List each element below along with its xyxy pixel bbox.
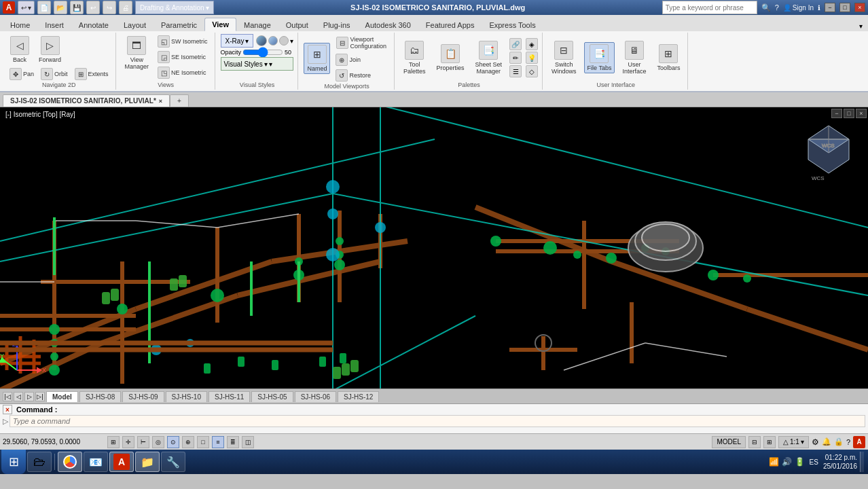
sheet-set-manager-btn[interactable]: 📑 Sheet SetManager — [472, 39, 506, 77]
search-icon[interactable]: 🔍 — [761, 3, 771, 12]
sheet-nav-first[interactable]: |◁ — [3, 392, 12, 401]
systray-network[interactable]: 📶 — [769, 457, 779, 467]
systray-volume[interactable]: 🔊 — [782, 457, 792, 467]
viewport[interactable]: X Z Y WCS — [0, 107, 868, 388]
sheet-tab-hs06[interactable]: SJ-HS-06 — [295, 391, 336, 402]
tool-palettes-btn[interactable]: 🗂 ToolPalettes — [400, 39, 429, 77]
extents-btn[interactable]: ⊞ Extents — [72, 67, 111, 82]
status-btn-dyn[interactable]: ≡ — [212, 436, 224, 448]
settings-icon[interactable]: ⚙ — [812, 437, 819, 447]
tab-annotate[interactable]: Annotate — [71, 18, 116, 31]
sheet-tab-hs10[interactable]: SJ-HS-10 — [166, 391, 207, 402]
status-btn-grid[interactable]: ⊞ — [107, 436, 120, 448]
taskbar-file-manager[interactable]: 📁 — [135, 452, 160, 472]
tab-manage[interactable]: Manage — [236, 18, 278, 31]
tab-output[interactable]: Output — [278, 18, 316, 31]
sheet-tab-hs09[interactable]: SJ-HS-09 — [122, 391, 164, 402]
xray-dropdown[interactable]: X-Ray ▾ — [221, 34, 254, 48]
viewport-minimize-btn[interactable]: − — [831, 109, 842, 118]
materials-btn[interactable]: ◇ — [526, 65, 538, 77]
workspace-dropdown[interactable]: Drafting & Annotation ▾ — [135, 1, 214, 14]
file-tabs-btn[interactable]: 📑 File Tabs — [584, 42, 615, 73]
render-btn[interactable]: ◈ — [526, 38, 538, 50]
sheet-tab-hs11[interactable]: SJ-HS-11 — [209, 391, 250, 402]
close-btn[interactable]: × — [854, 3, 865, 12]
viewport-close-btn[interactable]: × — [856, 109, 867, 118]
model-toggle-2[interactable]: ⊞ — [763, 436, 776, 448]
tab-view[interactable]: View — [204, 18, 236, 31]
sheet-tab-hs08[interactable]: SJ-HS-08 — [79, 391, 121, 402]
taskbar-explorer[interactable]: 🗁 — [27, 452, 52, 472]
ribbon-collapse-btn[interactable]: ▾ — [856, 21, 865, 31]
maximize-btn[interactable]: □ — [839, 3, 850, 12]
status-btn-tp[interactable]: ◫ — [242, 436, 254, 448]
search-input[interactable] — [662, 1, 757, 14]
pan-btn[interactable]: ✥ Pan — [7, 67, 37, 82]
vs-dropdown-btn[interactable]: Visual Styles ▾ ▾ — [221, 57, 294, 71]
doc-tab-new[interactable]: + — [170, 94, 189, 107]
tab-layout[interactable]: Layout — [116, 18, 153, 31]
tab-parametric[interactable]: Parametric — [153, 18, 204, 31]
sheet-nav-prev[interactable]: ◁ — [14, 392, 23, 401]
orbit-btn[interactable]: ↻ Orbit — [38, 67, 71, 82]
minimize-btn[interactable]: − — [825, 3, 835, 12]
systray-battery[interactable]: 🔋 — [795, 457, 805, 467]
sw-iso-btn[interactable]: ◱ SW Isometric — [155, 34, 211, 49]
systray-lang[interactable]: ES — [808, 458, 820, 466]
vs-expand-btn[interactable]: ▾ — [290, 37, 293, 45]
qa-save-btn[interactable]: 💾 — [70, 1, 84, 14]
se-iso-btn[interactable]: ◲ SE Isometric — [155, 50, 211, 65]
scale-display[interactable]: △ 1:1 ▾ — [778, 436, 809, 448]
user-interface-btn[interactable]: 🖥 UserInterface — [619, 39, 649, 77]
view-manager-btn[interactable]: 🗖 ViewManager — [122, 34, 153, 80]
status-btn-ortho[interactable]: ⊢ — [137, 436, 149, 448]
markup-btn[interactable]: ✏ — [509, 52, 522, 64]
opacity-slider[interactable] — [242, 49, 283, 56]
viewport-maximize-btn[interactable]: □ — [844, 109, 854, 118]
doc-tab-main[interactable]: SJ-IS-02 ISOMETRICO SANITARIO, PLUVIAL* … — [3, 94, 170, 107]
qa-redo-btn[interactable]: ↪ — [103, 1, 116, 14]
sheet-nav-last[interactable]: ▷| — [35, 392, 45, 401]
taskbar-cmake[interactable]: 🔧 — [161, 452, 185, 472]
qa-open-btn[interactable]: 📂 — [54, 1, 67, 14]
tab-autodesk360[interactable]: Autodesk 360 — [358, 18, 418, 31]
ne-iso-btn[interactable]: ◳ NE Isometric — [155, 65, 211, 80]
taskbar-outlook[interactable]: 📧 — [84, 452, 108, 472]
forward-btn[interactable]: ▷ Forward — [35, 34, 65, 65]
notification-icon[interactable]: 🔔 — [822, 437, 831, 446]
doc-tab-close-btn[interactable]: × — [159, 98, 162, 105]
model-space-indicator[interactable]: MODEL — [712, 436, 746, 448]
start-button[interactable]: ⊞ — [1, 450, 26, 474]
sheet-tab-hs12[interactable]: SJ-HS-12 — [338, 391, 379, 402]
qa-undo-btn[interactable]: ↩ — [86, 1, 100, 14]
lights-btn[interactable]: 💡 — [526, 52, 538, 64]
model-toggle-1[interactable]: ⊟ — [748, 436, 761, 448]
sheet-nav-next[interactable]: ▷ — [24, 392, 34, 401]
qa-new-btn[interactable]: 📄 — [37, 1, 51, 14]
switch-windows-btn[interactable]: ⊟ SwitchWindows — [548, 39, 580, 77]
taskbar-chrome[interactable] — [58, 452, 82, 472]
tab-express[interactable]: Express Tools — [482, 18, 543, 31]
viewport-config-btn[interactable]: ⊟ ViewportConfiguration — [333, 34, 390, 52]
dbconnect-btn[interactable]: 🔗 — [509, 38, 522, 50]
taskbar-autocad[interactable]: A — [109, 452, 134, 472]
autodesk-icon[interactable]: A — [853, 436, 865, 448]
properties-btn[interactable]: 📋 Properties — [433, 42, 467, 73]
qa-print-btn[interactable]: 🖨 — [119, 1, 132, 14]
restore-btn[interactable]: ↺ Restore — [333, 68, 390, 83]
status-btn-polar[interactable]: ◎ — [152, 436, 164, 448]
status-btn-osnap[interactable]: ⊙ — [167, 436, 179, 448]
tab-plugins[interactable]: Plug-ins — [316, 18, 358, 31]
status-btn-ducs[interactable]: □ — [197, 436, 209, 448]
help-status-icon[interactable]: ? — [846, 438, 850, 446]
help-icon[interactable]: ? — [775, 3, 779, 12]
show-desktop-btn[interactable] — [860, 452, 864, 472]
toolbars-btn[interactable]: ⊞ Toolbars — [653, 42, 683, 73]
status-btn-snap[interactable]: ✛ — [122, 436, 134, 448]
sheet-tab-hs05[interactable]: SJ-HS-05 — [251, 391, 293, 402]
tab-home[interactable]: Home — [3, 18, 37, 31]
status-btn-lw[interactable]: ≣ — [227, 436, 239, 448]
tab-insert[interactable]: Insert — [37, 18, 71, 31]
sheet-tab-model[interactable]: Model — [46, 391, 78, 402]
back-btn[interactable]: ◁ Back — [7, 34, 33, 65]
